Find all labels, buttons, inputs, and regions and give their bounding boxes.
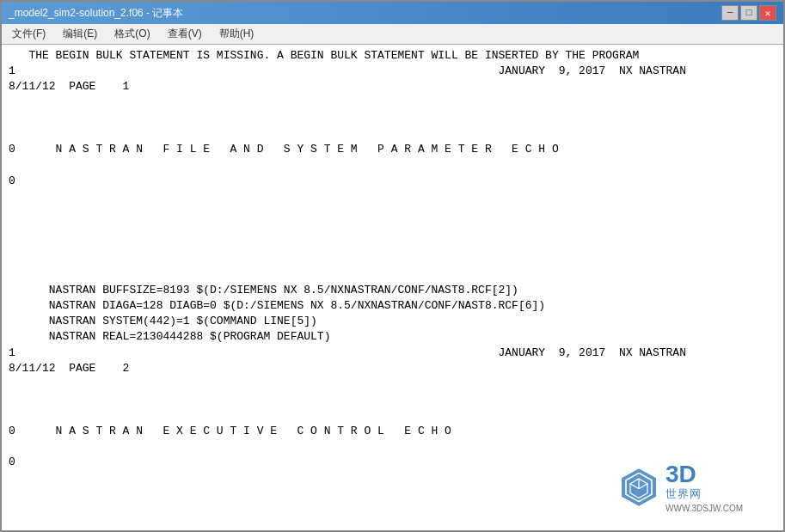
title-bar: _model2_sim2-solution_2.f06 - 记事本 ─ □ ✕ [2,2,783,24]
menu-help[interactable]: 帮助(H) [212,25,261,43]
menu-edit[interactable]: 编辑(E) [56,25,104,43]
window-title: _model2_sim2-solution_2.f06 - 记事本 [9,6,183,21]
menu-format[interactable]: 格式(O) [107,25,156,43]
content-area: THE BEGIN BULK STATEMENT IS MISSING. A B… [2,45,783,530]
close-button[interactable]: ✕ [759,5,776,21]
menu-view[interactable]: 查看(V) [161,25,209,43]
minimize-button[interactable]: ─ [721,5,739,21]
menu-file[interactable]: 文件(F) [5,25,52,43]
text-editor[interactable]: THE BEGIN BULK STATEMENT IS MISSING. A B… [2,45,783,530]
main-window: _model2_sim2-solution_2.f06 - 记事本 ─ □ ✕ … [0,0,785,532]
window-controls: ─ □ ✕ [721,5,776,21]
menu-bar: 文件(F) 编辑(E) 格式(O) 查看(V) 帮助(H) [2,24,783,45]
maximize-button[interactable]: □ [740,5,757,21]
